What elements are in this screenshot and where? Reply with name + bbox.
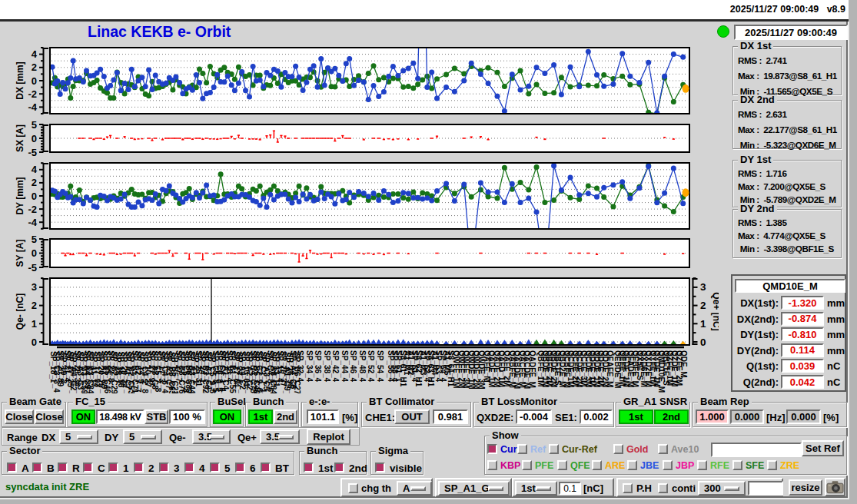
svg-text:0: 0	[32, 75, 37, 87]
svg-text:0: 0	[32, 191, 37, 202]
svg-text:SP_38_4: SP_38_4	[323, 350, 331, 383]
svg-text:-4: -4	[28, 101, 37, 113]
svg-text:-2: -2	[28, 88, 37, 100]
svg-text:SP_54_4: SP_54_4	[376, 350, 384, 383]
svg-text:Qe+ [nC]: Qe+ [nC]	[711, 292, 719, 330]
svg-text:SP_34_4: SP_34_4	[305, 350, 314, 383]
svg-text:-2: -2	[28, 204, 37, 215]
svg-text:-5: -5	[28, 147, 37, 158]
svg-text:SP_42_4: SP_42_4	[331, 350, 340, 383]
svg-text:3: 3	[32, 281, 37, 293]
svg-text:-5: -5	[28, 262, 37, 274]
svg-text:Qe- [nC]: Qe- [nC]	[15, 293, 25, 330]
svg-text:2: 2	[32, 300, 37, 311]
svg-text:QDE_M: QDE_M	[679, 350, 688, 378]
svg-text:0: 0	[700, 337, 706, 348]
svg-text:DX [mm]: DX [mm]	[15, 61, 25, 99]
svg-text:2: 2	[32, 177, 37, 188]
svg-text:3: 3	[700, 281, 706, 293]
svg-text:5: 5	[32, 119, 37, 131]
svg-text:SP_36_4: SP_36_4	[314, 350, 322, 383]
svg-text:DY [mm]: DY [mm]	[15, 177, 25, 214]
svg-text:4: 4	[32, 164, 38, 175]
svg-text:SP_46_4: SP_46_4	[349, 350, 357, 383]
svg-text:SX [A]: SX [A]	[15, 124, 25, 152]
svg-text:-4: -4	[28, 217, 37, 228]
svg-text:0: 0	[32, 337, 37, 348]
svg-text:5: 5	[32, 234, 37, 245]
svg-text:1: 1	[32, 318, 37, 330]
svg-text:SP_48_4: SP_48_4	[358, 350, 367, 383]
svg-text:0: 0	[32, 133, 37, 144]
svg-text:QADFE_M: QADFE_M	[528, 350, 536, 388]
svg-text:1: 1	[700, 318, 706, 330]
svg-text:SP_32_4: SP_32_4	[296, 350, 304, 383]
svg-text:QEAFE_M: QEAFE_M	[606, 350, 614, 387]
svg-text:SP_52_4: SP_52_4	[367, 350, 375, 383]
svg-text:SP_44_4: SP_44_4	[340, 350, 349, 383]
svg-text:SY [A]: SY [A]	[15, 240, 25, 267]
svg-text:2: 2	[32, 61, 37, 73]
svg-text:4: 4	[32, 48, 38, 60]
svg-text:2: 2	[700, 300, 706, 311]
svg-text:0: 0	[32, 247, 37, 259]
